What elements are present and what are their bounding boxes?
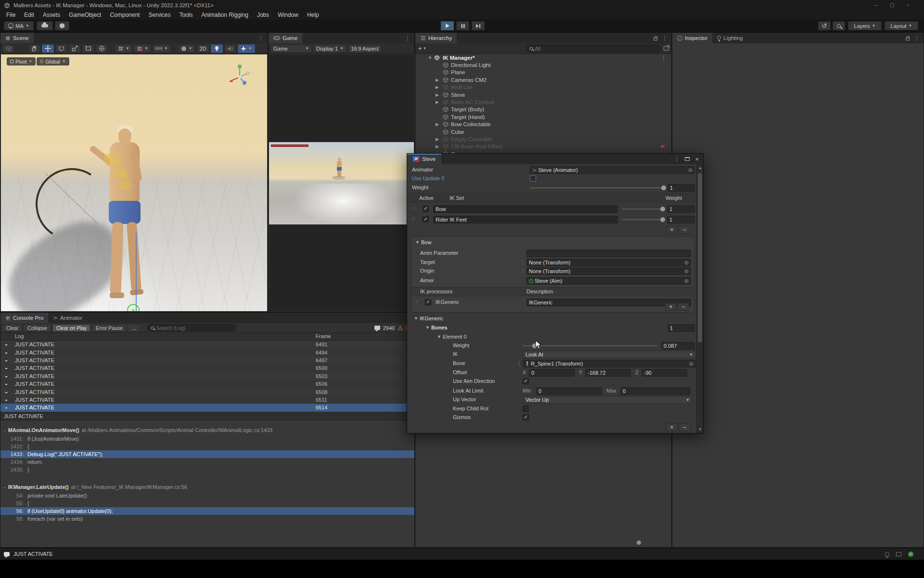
scrollbar-thumb[interactable] xyxy=(698,173,702,342)
tab-game[interactable]: Game xyxy=(269,33,302,43)
console-log-row[interactable]: JUST ACTIVATE6497 xyxy=(0,356,414,364)
console-log-row[interactable]: JUST ACTIVATE6500 xyxy=(0,364,414,372)
hierarchy-item-cameras-cm2[interactable]: ▶Cameras CM2 xyxy=(415,76,671,83)
move-tool-button[interactable] xyxy=(42,44,54,53)
stack-code-line[interactable]: 55:{ xyxy=(0,499,414,507)
hierarchy-item-wolf-lite[interactable]: ▶Wolf Lite xyxy=(415,84,671,91)
hierarchy-search-input[interactable] xyxy=(535,46,657,52)
hierarchy-menu-icon[interactable]: ⋮ xyxy=(662,35,667,41)
stack-code-line[interactable]: 1434:return; xyxy=(0,458,414,466)
aimer-object-field[interactable]: Steve (Aim) ◎ xyxy=(526,277,691,285)
scene-picker-icon[interactable] xyxy=(664,46,668,51)
ik-set-row-rider-ik-feet[interactable]: =Rider IK Feet1 xyxy=(407,215,696,224)
console-button-error-pause[interactable]: Error Pause xyxy=(92,324,127,332)
ikgeneric-section-title[interactable]: IKGeneric xyxy=(420,315,443,321)
warning-icon[interactable]: ⚠ xyxy=(398,325,403,331)
remove-ikset-button[interactable]: − xyxy=(679,226,690,234)
object-picker-icon[interactable]: ◎ xyxy=(688,167,693,173)
ik-set-weight-field[interactable]: 1 xyxy=(667,216,695,223)
bow-section-title[interactable]: Bow xyxy=(421,239,431,245)
ik-type-dropdown[interactable]: Look At ▼ xyxy=(523,351,696,358)
scene-axis-gizmo[interactable] xyxy=(226,63,254,91)
snap-increment-dropdown[interactable]: ▼ xyxy=(134,44,151,53)
cloud-button[interactable] xyxy=(37,21,53,30)
add-ikset-button[interactable]: + xyxy=(666,226,678,234)
menu-component[interactable]: Component xyxy=(105,12,144,18)
play-button[interactable] xyxy=(441,21,454,30)
console-button-clear-on-play[interactable]: Clear on Play xyxy=(52,324,90,332)
ik-set-weight-field[interactable]: 1 xyxy=(667,205,695,213)
ik-set-row-bow[interactable]: =Bow1 xyxy=(407,205,696,213)
stack-code-line[interactable]: 56:if (UseUpdate0) animator.Update(0); xyxy=(0,507,414,515)
element-weight-field[interactable]: 0.087 xyxy=(661,342,695,350)
effects-dropdown[interactable]: ▼ xyxy=(238,44,255,53)
tab-inspector[interactable]: i Inspector xyxy=(672,33,712,43)
stack-code-line[interactable]: 1432:{ xyxy=(0,443,414,450)
hierarchy-scene-row[interactable]: ▼IK Manager*⋮ xyxy=(415,54,671,61)
ik-set-name-field[interactable]: Bow xyxy=(433,205,618,213)
drag-handle-icon[interactable]: = xyxy=(412,206,414,211)
console-log-row[interactable]: JUST ACTIVATE6491 xyxy=(0,341,414,348)
hierarchy-item-empty-controller[interactable]: ▶Empty Controller xyxy=(415,135,671,143)
console-log-row[interactable]: JUST ACTIVATE6511 xyxy=(0,396,414,404)
shading-dropdown[interactable]: ▼ xyxy=(178,44,195,53)
console-log-row[interactable]: JUST ACTIVATE6508 xyxy=(0,388,414,395)
close-icon[interactable]: × xyxy=(907,3,910,8)
stack-code-line[interactable]: 1433:Debug.Log(" JUST ACTIVATE"); xyxy=(0,450,414,458)
keep-child-rot-checkbox[interactable] xyxy=(523,406,529,412)
ik-set-weight-slider[interactable] xyxy=(622,215,663,224)
offset-z-field[interactable]: -90 xyxy=(642,369,687,377)
scene-menu-icon[interactable]: ⋮ xyxy=(661,54,667,61)
console-button-collapse[interactable]: Collapse xyxy=(24,324,51,332)
context-menu-icon[interactable]: ⋮ xyxy=(516,360,522,367)
display-dropdown[interactable]: Display 1▼ xyxy=(313,44,346,53)
inspector-menu-icon[interactable]: ⋮ xyxy=(914,35,920,41)
gizmos-checkbox[interactable] xyxy=(523,414,529,420)
tab-lighting[interactable]: Lighting xyxy=(712,33,747,43)
menu-file[interactable]: File xyxy=(2,12,20,18)
rotate-tool-button[interactable] xyxy=(55,44,67,53)
foldout-arrow-icon[interactable]: ▼ xyxy=(425,325,430,330)
scene-menu-icon[interactable]: ⋮ xyxy=(258,35,264,41)
use-update-checkbox[interactable] xyxy=(530,175,536,182)
hierarchy-item-cm-brain-post-effect[interactable]: ▶CM Brain Post Effect xyxy=(415,143,671,150)
layout-dropdown[interactable]: Layout▼ xyxy=(885,21,918,30)
rect-tool-button[interactable] xyxy=(82,44,94,53)
object-picker-icon[interactable]: ◎ xyxy=(684,268,689,275)
element-label[interactable]: Element 0 xyxy=(443,334,467,340)
pivot-toggle-button[interactable]: Pivot▼ xyxy=(7,57,36,66)
stack-code-line[interactable]: 58:foreach (var set in sets) xyxy=(0,515,414,523)
ik-set-active-checkbox[interactable] xyxy=(423,216,429,223)
game-viewport[interactable] xyxy=(269,54,414,311)
scale-tool-button[interactable] xyxy=(69,44,81,53)
lock-icon[interactable] xyxy=(906,38,910,40)
target-object-field[interactable]: None (Transform) ◎ xyxy=(526,259,691,266)
console-log-row[interactable]: JUST ACTIVATE6506 xyxy=(0,380,414,388)
ik-set-active-checkbox[interactable] xyxy=(423,206,429,212)
console-button-clear[interactable]: Clear xyxy=(2,324,22,332)
console-log-row[interactable]: JUST ACTIVATE6494 xyxy=(0,348,414,356)
maximize-icon[interactable] xyxy=(685,157,690,161)
close-icon[interactable]: × xyxy=(695,156,699,163)
stack-code-line[interactable]: 54:private void LateUpdate() xyxy=(0,492,414,499)
bones-size-field[interactable]: 1 xyxy=(667,324,695,332)
hierarchy-item-plane[interactable]: Plane xyxy=(415,69,671,76)
tab-steve[interactable]: IK Steve xyxy=(407,154,441,164)
menu-help[interactable]: Help xyxy=(303,12,323,18)
aspect-dropdown[interactable]: 16:9 Aspect xyxy=(348,44,382,53)
lock-icon[interactable] xyxy=(654,38,657,40)
hierarchy-item-rider-ac-combat[interactable]: ▶Rider AC Combat xyxy=(415,98,671,105)
hierarchy-item-target-body-[interactable]: Target (Body) xyxy=(415,106,671,113)
tab-hierarchy[interactable]: Hierarchy xyxy=(415,33,457,43)
weight-slider[interactable] xyxy=(530,184,664,192)
step-button[interactable] xyxy=(472,21,485,30)
game-menu-icon[interactable]: ⋮ xyxy=(405,35,411,41)
hierarchy-scrollbar[interactable] xyxy=(417,540,669,545)
grid-snap-dropdown[interactable]: ▼ xyxy=(115,44,132,53)
object-picker-icon[interactable]: ◎ xyxy=(689,360,693,367)
pause-button[interactable] xyxy=(456,21,469,30)
console-search-input[interactable] xyxy=(156,325,232,331)
hierarchy-item-cube[interactable]: Cube xyxy=(415,128,671,135)
menu-services[interactable]: Services xyxy=(144,12,175,18)
add-bone-button[interactable]: + xyxy=(666,423,678,431)
